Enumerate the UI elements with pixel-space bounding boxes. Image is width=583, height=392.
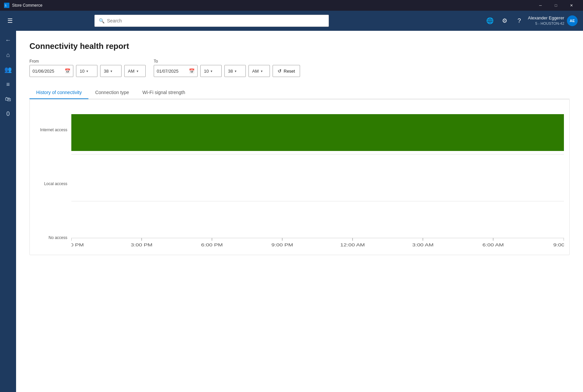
reset-label: Reset [284, 69, 295, 74]
app-title: Store Commerce [12, 3, 533, 8]
from-hour-value: 10 [80, 69, 84, 74]
content-area: Connectivity health report From 📅 10 ▾ 3… [16, 31, 583, 392]
sidebar-item-zero[interactable]: 0 [1, 107, 15, 121]
tab-connection-label: Connection type [95, 90, 129, 95]
sidebar-item-back[interactable]: ← [1, 33, 15, 47]
x-label-1: 3:00 PM [131, 242, 153, 247]
tabs: History of connectivity Connection type … [29, 86, 570, 99]
to-calendar-icon[interactable]: 📅 [189, 68, 195, 74]
chart-area: 12:00 PM 3:00 PM 6:00 PM 9:00 PM 12:00 A… [71, 107, 564, 249]
to-ampm-value: AM [252, 69, 259, 74]
to-minute-dropdown[interactable]: 38 ▾ [224, 65, 246, 77]
globe-icon: 🌐 [486, 17, 494, 24]
from-group: From 📅 [29, 59, 73, 77]
reset-button[interactable]: ↺ Reset [273, 65, 300, 77]
topnav: ☰ 🔍 🌐 ⚙ ? Alexander Eggerer 5 - HOUSTON-… [0, 11, 583, 31]
internet-access-bar [71, 114, 564, 151]
user-store: 5 - HOUSTON-42 [535, 21, 564, 26]
page-title: Connectivity health report [29, 42, 570, 51]
tab-connection[interactable]: Connection type [88, 86, 136, 99]
sidebar-item-users[interactable]: 👥 [1, 63, 15, 76]
window-controls: ─ □ ✕ [533, 0, 579, 11]
from-label: From [29, 59, 73, 64]
from-ampm-value: AM [128, 69, 135, 74]
to-minute-value: 38 [228, 69, 233, 74]
to-ampm-dropdown[interactable]: AM ▾ [248, 65, 270, 77]
chart-container: Internet access Local access No access [29, 99, 570, 255]
x-label-7: 9:00 AM [553, 242, 564, 247]
date-range-row: From 📅 10 ▾ 38 ▾ AM ▾ [29, 59, 570, 77]
x-label-0: 12:00 PM [71, 242, 84, 247]
maximize-button[interactable]: □ [548, 0, 564, 11]
x-label-2: 6:00 PM [201, 242, 223, 247]
to-group: To 📅 [154, 59, 198, 77]
sidebar-item-home[interactable]: ⌂ [1, 48, 15, 62]
zero-label: 0 [6, 110, 10, 117]
main-layout: ← ⌂ 👥 ≡ 🛍 0 Connectivity health report [0, 31, 583, 392]
y-label-noaccess: No access [38, 235, 67, 240]
from-ampm-dropdown[interactable]: AM ▾ [124, 65, 146, 77]
search-input[interactable] [107, 18, 324, 23]
hamburger-button[interactable]: ☰ [5, 15, 15, 26]
from-date-input[interactable] [32, 69, 63, 74]
tab-wifi-label: Wi-Fi signal strength [142, 90, 185, 95]
tab-history-label: History of connectivity [36, 90, 82, 95]
chart-y-labels: Internet access Local access No access [38, 107, 71, 249]
from-ampm-caret: ▾ [137, 69, 138, 73]
tab-wifi[interactable]: Wi-Fi signal strength [136, 86, 192, 99]
x-label-3: 9:00 PM [272, 242, 293, 247]
sidebar-item-orders[interactable]: 🛍 [1, 92, 15, 106]
search-icon: 🔍 [99, 18, 104, 23]
to-date-input[interactable] [157, 69, 187, 74]
svg-text:S: S [5, 4, 7, 7]
help-button[interactable]: ? [513, 15, 525, 27]
help-icon: ? [518, 17, 521, 24]
reports-icon: ≡ [6, 81, 10, 88]
topnav-actions: 🌐 ⚙ ? Alexander Eggerer 5 - HOUSTON-42 A… [484, 15, 578, 27]
settings-button[interactable]: ⚙ [499, 15, 511, 27]
avatar[interactable]: AE [567, 15, 578, 26]
search-box: 🔍 [94, 15, 329, 27]
y-label-internet: Internet access [38, 128, 67, 132]
to-hour-dropdown[interactable]: 10 ▾ [200, 65, 222, 77]
from-hour-caret: ▾ [86, 69, 88, 73]
close-button[interactable]: ✕ [564, 0, 579, 11]
hamburger-icon: ☰ [7, 17, 13, 24]
sidebar: ← ⌂ 👥 ≡ 🛍 0 [0, 31, 16, 392]
svg-chart-wrap: 12:00 PM 3:00 PM 6:00 PM 9:00 PM 12:00 A… [71, 107, 564, 249]
from-hour-dropdown[interactable]: 10 ▾ [76, 65, 97, 77]
y-label-local: Local access [38, 181, 67, 186]
from-date-input-wrap: 📅 [29, 65, 73, 77]
globe-button[interactable]: 🌐 [484, 15, 496, 27]
chart-svg: 12:00 PM 3:00 PM 6:00 PM 9:00 PM 12:00 A… [71, 107, 564, 248]
from-minute-caret: ▾ [111, 69, 112, 73]
titlebar: S Store Commerce ─ □ ✕ [0, 0, 583, 11]
reset-icon: ↺ [278, 68, 282, 74]
to-hour-caret: ▾ [211, 69, 212, 73]
user-info: Alexander Eggerer 5 - HOUSTON-42 [528, 15, 564, 26]
settings-icon: ⚙ [502, 17, 507, 24]
from-calendar-icon[interactable]: 📅 [65, 68, 70, 74]
sidebar-item-reports[interactable]: ≡ [1, 78, 15, 91]
tab-history[interactable]: History of connectivity [29, 86, 88, 99]
x-label-6: 6:00 AM [483, 242, 504, 247]
minimize-button[interactable]: ─ [533, 0, 548, 11]
to-minute-caret: ▾ [235, 69, 236, 73]
to-ampm-caret: ▾ [261, 69, 263, 73]
to-label: To [154, 59, 198, 64]
x-label-5: 3:00 AM [412, 242, 434, 247]
x-label-4: 12:00 AM [340, 242, 365, 247]
app-icon: S [4, 3, 9, 8]
home-icon: ⌂ [6, 52, 10, 59]
users-icon: 👥 [4, 66, 12, 73]
orders-icon: 🛍 [5, 96, 11, 103]
back-icon: ← [5, 37, 11, 44]
from-minute-dropdown[interactable]: 38 ▾ [100, 65, 122, 77]
user-name: Alexander Eggerer [528, 15, 564, 21]
to-date-input-wrap: 📅 [154, 65, 198, 77]
to-hour-value: 10 [204, 69, 209, 74]
from-minute-value: 38 [104, 69, 108, 74]
app-shell: ☰ 🔍 🌐 ⚙ ? Alexander Eggerer 5 - HOUSTON-… [0, 11, 583, 392]
chart-inner: Internet access Local access No access [38, 107, 564, 249]
